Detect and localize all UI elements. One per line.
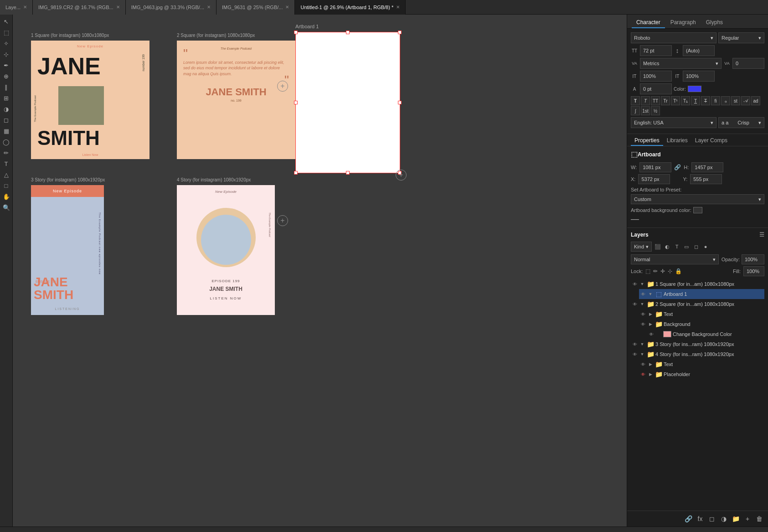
lock-artboard-icon[interactable]: ⊹ — [668, 268, 672, 274]
ad-btn[interactable]: ad — [751, 96, 760, 105]
tab-close[interactable]: ✕ — [207, 5, 211, 10]
tab-laye[interactable]: Laye... ✕ — [0, 0, 33, 15]
sub-btn[interactable]: T₁ — [681, 96, 690, 105]
font-size-input[interactable]: 72 pt — [640, 45, 672, 56]
visibility-icon[interactable]: 👁 — [631, 280, 639, 288]
layer-item[interactable]: 👁 ▶ Change Background Color — [647, 329, 764, 339]
artboard-st4[interactable]: New Episode The Example Podcast EPISODE … — [177, 185, 275, 315]
layer-item[interactable]: 👁 ▶ 📁 Placeholder — [639, 369, 764, 379]
new-group-btn[interactable]: 📁 — [731, 514, 741, 524]
ordinal1-btn[interactable]: 1st — [641, 106, 650, 115]
lasso-tool[interactable]: ✧ — [1, 38, 11, 48]
gradient-tool[interactable]: ▦ — [1, 126, 11, 136]
frac-btn[interactable]: ∫ — [631, 106, 640, 115]
canvas-area[interactable]: 1 Square (for instagram) 1080x1080px New… — [13, 15, 627, 527]
script-btn[interactable]: 𝒜 — [741, 96, 750, 105]
tab-untitled[interactable]: Untitled-1 @ 26.9% (Artboard 1, RGB/8) *… — [295, 0, 406, 15]
baseline-input[interactable]: 0 pt — [640, 83, 672, 94]
opacity-input[interactable]: 100% — [742, 254, 764, 264]
filter-text-icon[interactable]: T — [673, 243, 681, 251]
shape-tool[interactable]: □ — [1, 181, 11, 191]
filter-dot-icon[interactable]: ● — [701, 243, 710, 251]
zoom-tool[interactable]: 🔍 — [1, 202, 11, 212]
allcaps-btn[interactable]: TT — [651, 96, 660, 105]
visibility-icon[interactable]: 👁 — [631, 340, 639, 348]
font-style-dropdown[interactable]: Regular ▾ — [718, 32, 764, 43]
blend-mode-dropdown[interactable]: Normal ▾ — [631, 254, 719, 264]
handle-tr[interactable] — [398, 31, 402, 34]
underline-btn[interactable]: T — [691, 96, 700, 105]
hand-tool[interactable]: ✋ — [1, 191, 11, 201]
expand-icon[interactable]: ▶ — [647, 321, 654, 327]
tab-img9819[interactable]: IMG_9819.CR2 @ 16.7% (RGB... ✕ — [33, 0, 126, 15]
tab-glyphs[interactable]: Glyphs — [701, 17, 727, 28]
crop-tool[interactable]: ⊹ — [1, 49, 11, 59]
font-family-dropdown[interactable]: Roboto ▾ — [631, 32, 716, 43]
language-dropdown[interactable]: English: USA ▾ — [631, 117, 716, 128]
expand-icon[interactable]: ▶ — [647, 361, 654, 367]
artboard-sq2[interactable]: The Example Podcast " Lorem ipsum dolor … — [177, 41, 295, 159]
preset-dropdown[interactable]: Custom ▾ — [631, 194, 764, 204]
w-input[interactable]: 1081 px — [639, 162, 671, 172]
add-artboard-btn-3[interactable]: + — [396, 170, 407, 181]
layer-item[interactable]: 👁 ▶ 📁 Background — [639, 319, 764, 329]
filter-adjust-icon[interactable]: ◐ — [663, 243, 671, 251]
new-layer-btn[interactable]: + — [742, 514, 753, 524]
fill-input[interactable]: 100% — [743, 266, 764, 276]
italic-btn[interactable]: T — [641, 96, 650, 105]
lock-transparent-icon[interactable]: ⬚ — [645, 268, 650, 274]
handle-tm[interactable] — [346, 31, 350, 34]
brush-tool[interactable]: ∥ — [1, 82, 11, 92]
half-btn[interactable]: ½ — [651, 106, 660, 115]
add-mask-btn[interactable]: ◻ — [707, 514, 717, 524]
st-btn[interactable]: st — [731, 96, 740, 105]
add-artboard-btn-1[interactable]: + — [277, 81, 288, 92]
artboard-st3[interactable]: New Episode The Example Podcast new epis… — [31, 185, 104, 315]
handle-ml[interactable] — [294, 101, 298, 104]
visibility-icon[interactable]: 👁 — [639, 360, 647, 368]
artboard-main[interactable] — [295, 32, 400, 173]
handle-mr[interactable] — [398, 101, 402, 104]
tab-close[interactable]: ✕ — [285, 5, 289, 10]
layers-menu-icon[interactable]: ☰ — [759, 232, 764, 238]
tab-close[interactable]: ✕ — [116, 5, 120, 10]
handle-bl[interactable] — [294, 171, 298, 175]
filter-smartobj-icon[interactable]: ◻ — [692, 243, 700, 251]
canvas-scrollbar[interactable] — [0, 527, 768, 532]
artboard-sq1[interactable]: New Episode JANE number 199 The Example … — [31, 41, 149, 159]
select-tool[interactable]: ⬚ — [1, 27, 11, 37]
layer-effects-btn[interactable]: fx — [695, 514, 705, 524]
heal-tool[interactable]: ⊕ — [1, 71, 11, 81]
expand-icon[interactable]: ▶ — [647, 371, 654, 377]
history-tool[interactable]: ◑ — [1, 104, 11, 114]
lock-paint-icon[interactable]: ✏ — [653, 268, 658, 274]
expand-icon[interactable]: ▼ — [639, 301, 645, 307]
visibility-icon[interactable]: 👁 — [639, 310, 647, 318]
bold-btn[interactable]: T — [631, 96, 640, 105]
tab-libraries[interactable]: Libraries — [663, 136, 691, 146]
ligature-btn[interactable]: fi — [711, 96, 720, 105]
layer-item[interactable]: 👁 ▼ 📁 4 Story (for ins...ram) 1080x1920p… — [631, 349, 764, 359]
delete-layer-btn[interactable]: 🗑 — [754, 514, 764, 524]
expand-icon[interactable]: ▼ — [639, 281, 645, 287]
handle-tl[interactable] — [294, 31, 298, 34]
strike-btn[interactable]: T — [701, 96, 710, 105]
tab-character[interactable]: Character — [632, 17, 665, 28]
lock-all-icon[interactable]: 🔒 — [675, 268, 682, 274]
expand-icon[interactable]: ▼ — [647, 291, 654, 297]
expand-icon[interactable]: ▼ — [639, 341, 645, 347]
eraser-tool[interactable]: ◻ — [1, 115, 11, 125]
adjustment-btn[interactable]: ◑ — [719, 514, 729, 524]
handle-bm[interactable] — [346, 171, 350, 175]
visibility-icon[interactable]: 👁 — [647, 330, 655, 338]
vert-scale-input[interactable]: 100% — [640, 71, 672, 82]
color-swatch[interactable] — [688, 86, 701, 92]
link-layers-btn[interactable]: 🔗 — [683, 514, 693, 524]
horiz-scale-input[interactable]: 100% — [683, 71, 715, 82]
smallcaps-btn[interactable]: Tr — [661, 96, 670, 105]
layer-item[interactable]: 👁 ▶ 📁 Text — [639, 359, 764, 369]
path-tool[interactable]: △ — [1, 170, 11, 180]
layer-item[interactable]: 👁 ▼ ⬚ Artboard 1 — [639, 289, 764, 299]
h-input[interactable]: 1457 px — [691, 162, 723, 172]
tab-properties[interactable]: Properties — [631, 136, 663, 146]
